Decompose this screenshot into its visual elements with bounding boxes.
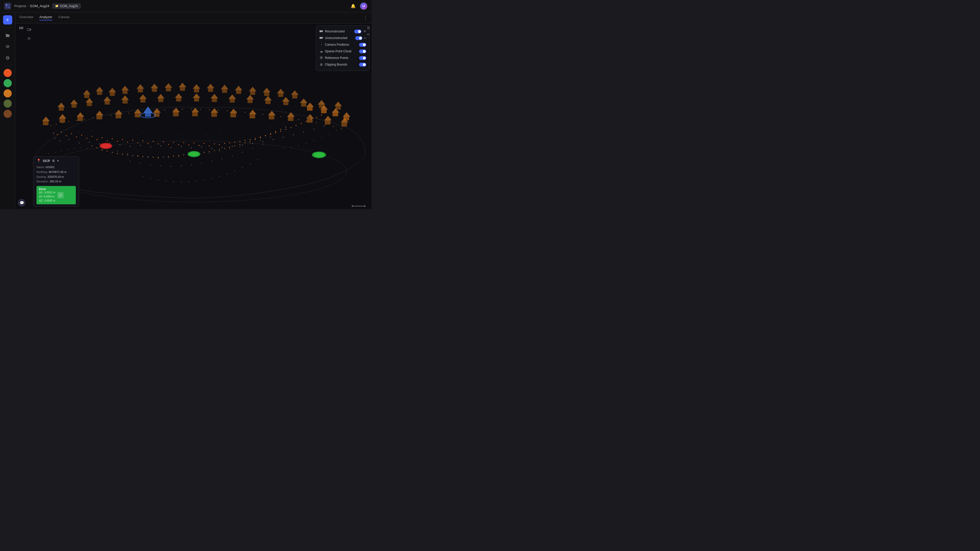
toggle-clipping-bounds[interactable] bbox=[359, 63, 366, 67]
svg-point-181 bbox=[201, 147, 202, 148]
avatar-1[interactable] bbox=[3, 69, 12, 77]
svg-point-202 bbox=[155, 134, 156, 135]
svg-point-138 bbox=[183, 142, 184, 143]
svg-point-232 bbox=[173, 156, 174, 157]
svg-point-288 bbox=[68, 121, 69, 122]
tab-analyzer[interactable]: Analyzer bbox=[39, 15, 52, 21]
toggle-sparse-point-cloud[interactable] bbox=[359, 49, 366, 53]
user-avatar[interactable]: U bbox=[360, 2, 368, 10]
svg-rect-3 bbox=[8, 6, 10, 8]
svg-point-266 bbox=[229, 149, 230, 149]
gcp-elevation-row: Elevation: 360.33 m bbox=[37, 179, 76, 184]
svg-point-175 bbox=[140, 145, 141, 146]
toggle-unreconstructed[interactable] bbox=[355, 36, 363, 40]
camera-icon-unreconstructed bbox=[319, 36, 323, 40]
svg-point-340 bbox=[298, 146, 299, 146]
project-badge[interactable]: EOM_Aug24 bbox=[52, 3, 81, 9]
more-options-icon[interactable]: ⋮ bbox=[363, 15, 368, 20]
svg-point-121 bbox=[97, 139, 97, 140]
app-logo bbox=[4, 3, 11, 10]
svg-point-164 bbox=[316, 117, 317, 118]
svg-point-286 bbox=[56, 124, 57, 125]
svg-point-245 bbox=[239, 144, 240, 145]
gcp-more-button[interactable]: ▾ bbox=[57, 159, 59, 162]
tab-canvas[interactable]: Canvas bbox=[59, 15, 70, 21]
notification-bell-icon[interactable]: 🔔 bbox=[351, 3, 356, 8]
svg-point-159 bbox=[290, 127, 291, 128]
svg-point-171 bbox=[99, 144, 100, 144]
add-button[interactable]: + bbox=[3, 15, 12, 24]
svg-point-287 bbox=[62, 122, 63, 124]
svg-point-309 bbox=[253, 113, 255, 114]
svg-point-267 bbox=[240, 146, 240, 147]
gcp-delete-button[interactable]: 🗑 bbox=[52, 159, 55, 162]
edit-icon-unreconstructed[interactable]: ✏ bbox=[364, 37, 366, 40]
target-icon bbox=[319, 56, 323, 60]
panel-list-icon[interactable]: ☰ bbox=[367, 26, 370, 30]
breadcrumb-current[interactable]: EOM_Aug24 bbox=[30, 4, 49, 8]
avatar-4[interactable] bbox=[3, 100, 12, 108]
panel-pen-icon[interactable]: ✏ bbox=[367, 32, 370, 36]
eye-icon-reconstructed[interactable]: 👁 bbox=[363, 30, 366, 33]
gcp-pin-icon: 📍 bbox=[37, 159, 41, 163]
viewport-tool-location[interactable] bbox=[25, 35, 33, 42]
toggle-reconstructed[interactable] bbox=[354, 30, 361, 33]
svg-rect-68 bbox=[176, 98, 181, 102]
svg-point-260 bbox=[168, 157, 169, 158]
gcp-confirm-button[interactable]: ✓ bbox=[57, 192, 64, 198]
avatar-2[interactable] bbox=[3, 79, 12, 87]
svg-rect-34 bbox=[166, 88, 171, 91]
svg-point-117 bbox=[76, 137, 77, 138]
chat-button[interactable]: 💬 bbox=[18, 199, 25, 206]
svg-rect-37 bbox=[208, 88, 213, 92]
svg-rect-41 bbox=[264, 92, 269, 96]
svg-point-136 bbox=[173, 142, 174, 143]
svg-point-132 bbox=[153, 141, 154, 142]
svg-point-182 bbox=[212, 148, 212, 149]
svg-rect-375 bbox=[320, 30, 322, 32]
svg-point-219 bbox=[107, 151, 108, 151]
breadcrumb-root[interactable]: Projects bbox=[14, 4, 26, 8]
svg-point-130 bbox=[142, 140, 143, 141]
svg-point-172 bbox=[110, 143, 110, 143]
svg-point-218 bbox=[102, 149, 103, 150]
svg-point-333 bbox=[74, 148, 75, 149]
avatar-5[interactable] bbox=[3, 110, 12, 118]
layer-label-unreconstructed: Unreconstructed bbox=[325, 36, 354, 40]
sidebar-item-layers[interactable] bbox=[3, 42, 12, 51]
svg-point-135 bbox=[168, 144, 169, 145]
sidebar-item-globe[interactable] bbox=[3, 53, 12, 62]
svg-rect-62 bbox=[72, 104, 76, 108]
svg-point-180 bbox=[191, 148, 192, 148]
toggle-camera-positions[interactable] bbox=[359, 43, 366, 47]
svg-point-240 bbox=[214, 150, 215, 151]
gcp-type-label: GCP bbox=[43, 159, 50, 163]
svg-point-282 bbox=[242, 152, 243, 153]
avatar-3[interactable] bbox=[3, 89, 12, 97]
sidebar-item-folder[interactable] bbox=[3, 31, 12, 40]
svg-point-234 bbox=[183, 154, 184, 156]
svg-rect-370 bbox=[344, 117, 349, 121]
svg-point-124 bbox=[112, 138, 113, 139]
toggle-reference-points[interactable] bbox=[359, 56, 366, 60]
svg-rect-66 bbox=[140, 99, 145, 103]
viewport-tool-camera[interactable] bbox=[25, 26, 33, 33]
svg-point-193 bbox=[324, 126, 325, 127]
svg-rect-39 bbox=[236, 90, 241, 94]
svg-rect-107 bbox=[269, 115, 274, 119]
svg-point-308 bbox=[245, 112, 245, 113]
svg-point-194 bbox=[56, 130, 57, 131]
svg-point-226 bbox=[142, 156, 143, 157]
gcp-name-row: Name: GG001 bbox=[37, 165, 76, 170]
tab-overview[interactable]: Overview bbox=[19, 15, 33, 21]
svg-point-203 bbox=[168, 132, 169, 133]
svg-point-280 bbox=[222, 159, 223, 159]
svg-rect-322 bbox=[145, 113, 151, 117]
svg-point-343 bbox=[321, 138, 322, 138]
svg-point-162 bbox=[306, 121, 307, 122]
svg-point-215 bbox=[321, 114, 322, 115]
svg-point-224 bbox=[132, 155, 133, 156]
svg-point-350 bbox=[165, 181, 166, 182]
svg-point-306 bbox=[227, 110, 228, 111]
svg-rect-28 bbox=[84, 94, 89, 98]
